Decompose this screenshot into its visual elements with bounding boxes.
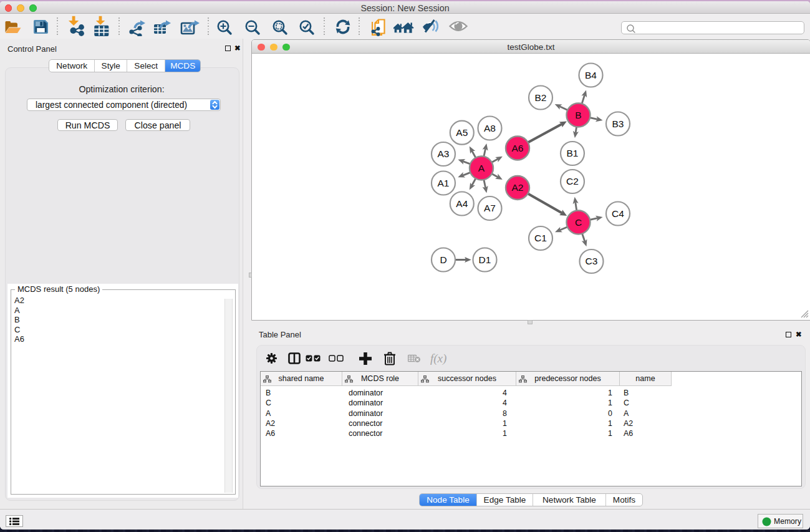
svg-text:B: B xyxy=(575,110,581,120)
svg-text:A: A xyxy=(478,163,485,173)
svg-text:B2: B2 xyxy=(535,92,547,103)
svg-text:A2: A2 xyxy=(512,182,524,193)
svg-text:D: D xyxy=(440,254,446,265)
svg-text:C: C xyxy=(575,217,582,228)
svg-text:A3: A3 xyxy=(438,148,450,159)
svg-text:B4: B4 xyxy=(585,70,597,80)
svg-text:B1: B1 xyxy=(567,148,579,158)
svg-text:A8: A8 xyxy=(484,123,496,133)
svg-text:A7: A7 xyxy=(484,203,496,213)
svg-text:B3: B3 xyxy=(612,118,624,129)
svg-text:A6: A6 xyxy=(512,143,524,153)
svg-text:A5: A5 xyxy=(456,127,468,138)
svg-text:A1: A1 xyxy=(438,178,450,188)
svg-text:D1: D1 xyxy=(479,254,491,265)
svg-text:f(x): f(x) xyxy=(430,352,446,365)
svg-text:C3: C3 xyxy=(586,256,598,266)
svg-text:C2: C2 xyxy=(566,176,579,186)
svg-text:A4: A4 xyxy=(456,198,468,209)
svg-text:C4: C4 xyxy=(612,208,624,219)
svg-text:C1: C1 xyxy=(534,233,547,243)
